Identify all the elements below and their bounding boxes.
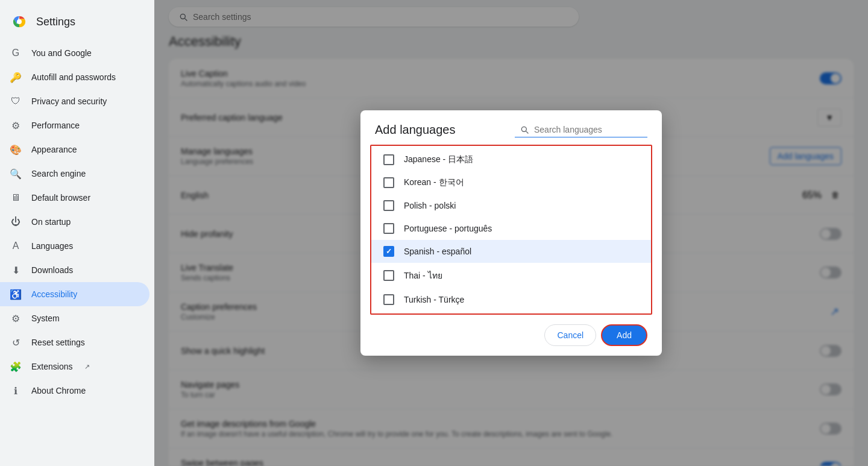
- lang-item-portuguese[interactable]: Portuguese - português: [371, 217, 651, 240]
- lang-name-turkish: Turkish - Türkçe: [404, 295, 464, 304]
- lang-name-japanese: Japanese - 日本語: [404, 154, 473, 165]
- language-list: Japanese - 日本語 Korean - 한국어 Polish - pol…: [370, 145, 652, 315]
- sidebar-label-default-browser: Default browser: [31, 193, 90, 203]
- lang-name-korean: Korean - 한국어: [404, 177, 464, 188]
- lang-item-thai[interactable]: Thai - ไทย: [371, 263, 651, 288]
- sidebar: Settings G You and Google 🔑 Autofill and…: [0, 0, 154, 466]
- lang-item-korean[interactable]: Korean - 한국어: [371, 171, 651, 194]
- sidebar-item-downloads[interactable]: ⬇ Downloads: [0, 258, 149, 282]
- lang-name-polish: Polish - polski: [404, 201, 456, 210]
- sidebar-label-reset-settings: Reset settings: [31, 338, 85, 347]
- checkbox-portuguese: [383, 223, 394, 234]
- lang-name-portuguese: Portuguese - português: [404, 224, 492, 233]
- sidebar-item-search-engine[interactable]: 🔍 Search engine: [0, 162, 149, 186]
- lang-item-spanish[interactable]: Spanish - español: [371, 240, 651, 263]
- language-search-input[interactable]: [534, 125, 643, 134]
- dialog-footer: Cancel Add: [360, 315, 662, 356]
- sidebar-item-reset-settings[interactable]: ↺ Reset settings: [0, 330, 149, 354]
- sidebar-icon-autofill: 🔑: [10, 71, 22, 83]
- lang-item-japanese[interactable]: Japanese - 日本語: [371, 148, 651, 171]
- sidebar-label-you-and-google: You and Google: [31, 48, 92, 58]
- sidebar-item-extensions[interactable]: 🧩 Extensions ↗: [0, 354, 149, 379]
- checkbox-polish: [383, 200, 394, 211]
- dialog-header: Add languages: [360, 110, 662, 145]
- checkbox-korean: [383, 177, 394, 188]
- sidebar-item-languages[interactable]: A Languages: [0, 234, 149, 258]
- checkbox-thai: [383, 270, 394, 281]
- checkbox-japanese: [383, 154, 394, 165]
- sidebar-label-privacy: Privacy and security: [31, 96, 107, 106]
- sidebar-icon-privacy: 🛡: [10, 95, 22, 107]
- sidebar-item-autofill[interactable]: 🔑 Autofill and passwords: [0, 65, 149, 89]
- sidebar-label-search-engine: Search engine: [31, 169, 86, 178]
- sidebar-label-downloads: Downloads: [31, 265, 73, 275]
- sidebar-item-on-startup[interactable]: ⏻ On startup: [0, 210, 149, 234]
- sidebar-label-appearance: Appearance: [31, 145, 77, 154]
- lang-name-spanish: Spanish - español: [404, 247, 471, 256]
- sidebar-icon-about-chrome: ℹ: [10, 385, 22, 397]
- sidebar-item-appearance[interactable]: 🎨 Appearance: [0, 137, 149, 162]
- dialog-search-container: [515, 122, 647, 137]
- external-link-icon: ↗: [84, 363, 90, 371]
- sidebar-icon-extensions: 🧩: [10, 361, 22, 373]
- sidebar-icon-languages: A: [10, 240, 22, 252]
- sidebar-label-system: System: [31, 313, 60, 323]
- sidebar-item-accessibility[interactable]: ♿ Accessibility: [0, 282, 149, 306]
- sidebar-item-you-and-google[interactable]: G You and Google: [0, 41, 149, 65]
- sidebar-item-privacy[interactable]: 🛡 Privacy and security: [0, 89, 149, 113]
- sidebar-icon-appearance: 🎨: [10, 143, 22, 156]
- sidebar-label-about-chrome: About Chrome: [31, 386, 86, 395]
- sidebar-icon-performance: ⚙: [10, 119, 22, 131]
- dialog-title: Add languages: [375, 123, 455, 137]
- add-button[interactable]: Add: [601, 324, 647, 346]
- sidebar-label-autofill: Autofill and passwords: [31, 72, 116, 82]
- sidebar-icon-default-browser: 🖥: [10, 192, 22, 204]
- svg-point-2: [17, 19, 22, 24]
- add-languages-dialog: Add languages Japanese - 日本語 Korean - 한국…: [360, 110, 662, 356]
- sidebar-label-on-startup: On startup: [31, 217, 71, 227]
- sidebar-header: Settings: [0, 5, 154, 41]
- sidebar-icon-you-and-google: G: [10, 47, 22, 59]
- sidebar-item-system[interactable]: ⚙ System: [0, 306, 149, 330]
- sidebar-label-extensions: Extensions: [31, 362, 72, 371]
- checkbox-turkish: [383, 294, 394, 305]
- app-title: Settings: [36, 16, 75, 28]
- sidebar-label-languages: Languages: [31, 241, 73, 251]
- sidebar-label-accessibility: Accessibility: [31, 289, 77, 299]
- chrome-logo-icon: [10, 12, 29, 31]
- lang-name-thai: Thai - ไทย: [404, 269, 442, 282]
- sidebar-icon-reset-settings: ↺: [10, 336, 22, 348]
- sidebar-item-performance[interactable]: ⚙ Performance: [0, 113, 149, 137]
- cancel-button[interactable]: Cancel: [544, 324, 596, 346]
- sidebar-nav: G You and Google 🔑 Autofill and password…: [0, 41, 154, 403]
- checkbox-spanish: [383, 246, 394, 257]
- sidebar-icon-accessibility: ♿: [10, 288, 22, 300]
- dialog-search-icon: [520, 125, 529, 134]
- sidebar-icon-downloads: ⬇: [10, 264, 22, 276]
- sidebar-icon-system: ⚙: [10, 312, 22, 324]
- sidebar-item-about-chrome[interactable]: ℹ About Chrome: [0, 379, 149, 403]
- lang-item-polish[interactable]: Polish - polski: [371, 194, 651, 217]
- sidebar-icon-search-engine: 🔍: [10, 168, 22, 180]
- modal-overlay[interactable]: Add languages Japanese - 日本語 Korean - 한국…: [154, 0, 868, 466]
- sidebar-label-performance: Performance: [31, 121, 80, 130]
- main-content: Accessibility Live Caption Automatically…: [154, 0, 868, 466]
- sidebar-item-default-browser[interactable]: 🖥 Default browser: [0, 186, 149, 210]
- lang-item-turkish[interactable]: Turkish - Türkçe: [371, 288, 651, 311]
- sidebar-icon-on-startup: ⏻: [10, 216, 22, 228]
